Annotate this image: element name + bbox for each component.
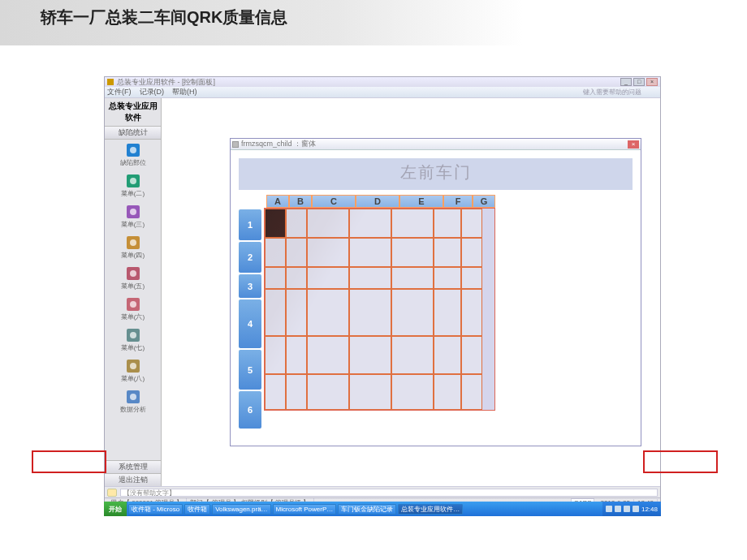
- sidebar-item-4[interactable]: 菜单(五): [105, 263, 161, 294]
- grid-cell-B1[interactable]: [286, 209, 307, 238]
- sidebar-sysmanage[interactable]: 系统管理: [105, 460, 161, 473]
- grid-cell-F5[interactable]: [434, 336, 461, 374]
- grid-cell-A5[interactable]: [265, 336, 286, 374]
- row-header-5[interactable]: 5: [239, 350, 261, 390]
- grid-cell-A3[interactable]: [265, 267, 286, 289]
- grid-cell-D2[interactable]: [349, 238, 391, 267]
- tray-icon[interactable]: [615, 506, 621, 512]
- grid-cell-A1[interactable]: [265, 209, 286, 238]
- grid-cell-E2[interactable]: [391, 238, 434, 267]
- taskbar-item[interactable]: 车门钣金缺陷记录: [338, 504, 396, 515]
- menu-bar: 文件(F) 记录(D) 帮助(H) 键入需要帮助的问题: [105, 87, 660, 98]
- grid-cell-E6[interactable]: [391, 374, 434, 410]
- grid-cell-G1[interactable]: [461, 209, 482, 238]
- grid-cell-A6[interactable]: [265, 374, 286, 410]
- grid-cell-F3[interactable]: [434, 267, 461, 289]
- child-window: frmzsqcm_child ：窗体 × 左前车门 123456 ABCDEFG: [230, 138, 641, 446]
- grid-cell-G4[interactable]: [461, 289, 482, 336]
- sidebar-item-7[interactable]: 菜单(八): [105, 355, 161, 386]
- system-tray[interactable]: 12:48: [602, 502, 661, 516]
- grid-cell-F1[interactable]: [434, 209, 461, 238]
- grid-cell-C5[interactable]: [307, 336, 349, 374]
- sidebar-item-5[interactable]: 菜单(六): [105, 294, 161, 325]
- sidebar-item-6[interactable]: 菜单(七): [105, 325, 161, 355]
- close-button[interactable]: ×: [646, 78, 658, 86]
- grid-cell-C6[interactable]: [307, 374, 349, 410]
- sidebar-item-0[interactable]: 缺陷部位: [105, 140, 161, 170]
- sidebar-items: 缺陷部位菜单(二)菜单(三)菜单(四)菜单(五)菜单(六)菜单(七)菜单(八)数…: [105, 140, 161, 460]
- column-header-D[interactable]: D: [356, 195, 399, 208]
- grid-cell-C2[interactable]: [307, 238, 349, 267]
- tray-icon[interactable]: [606, 506, 612, 512]
- grid-cell-B5[interactable]: [286, 336, 307, 374]
- minimize-button[interactable]: _: [620, 78, 632, 86]
- grid-cell-G3[interactable]: [461, 267, 482, 289]
- grid-cell-G2[interactable]: [461, 238, 482, 267]
- grid-cell-A2[interactable]: [265, 238, 286, 267]
- column-header-F[interactable]: F: [443, 195, 473, 208]
- grid-cell-C4[interactable]: [307, 289, 349, 336]
- column-header-A[interactable]: A: [266, 195, 289, 208]
- grid-cell-C3[interactable]: [307, 267, 349, 289]
- sidebar-item-icon: [126, 390, 140, 404]
- start-button[interactable]: 开始: [104, 502, 127, 516]
- grid-cell-F4[interactable]: [434, 289, 461, 336]
- child-close-button[interactable]: ×: [628, 140, 639, 149]
- taskbar-item[interactable]: Volkswagen.prä…: [212, 504, 270, 515]
- grid-cell-G5[interactable]: [461, 336, 482, 374]
- maximize-button[interactable]: □: [633, 78, 645, 86]
- tray-icon[interactable]: [633, 506, 639, 512]
- grid-cell-E5[interactable]: [391, 336, 434, 374]
- svg-point-1: [130, 147, 136, 153]
- column-header-E[interactable]: E: [399, 195, 443, 208]
- taskbar: 开始 收件箱 - Microso牧件箱Volkswagen.prä…Micros…: [104, 502, 661, 516]
- grid-cell-B2[interactable]: [286, 238, 307, 267]
- tray-clock: 12:48: [641, 506, 658, 513]
- help-text: 【没有帮助文字】: [120, 489, 658, 497]
- sidebar-item-8[interactable]: 数据分析: [105, 386, 161, 417]
- row-header-3[interactable]: 3: [239, 274, 261, 298]
- grid-cell-D1[interactable]: [349, 209, 391, 238]
- grid-cell-G6[interactable]: [461, 374, 482, 410]
- menu-record[interactable]: 记录(D): [140, 87, 165, 97]
- grid-cell-D3[interactable]: [349, 267, 391, 289]
- grid-cell-B3[interactable]: [286, 267, 307, 289]
- row-header-1[interactable]: 1: [239, 209, 261, 240]
- grid-cell-F6[interactable]: [434, 374, 461, 410]
- grid-cell-B6[interactable]: [286, 374, 307, 410]
- grid-cell-D6[interactable]: [349, 374, 391, 410]
- grid-cell-E1[interactable]: [391, 209, 434, 238]
- sidebar-logout[interactable]: 退出注销: [105, 473, 161, 486]
- door-header: 左前车门: [239, 158, 633, 190]
- taskbar-item[interactable]: 收件箱 - Microso: [128, 504, 183, 515]
- row-labels: 123456: [239, 209, 261, 430]
- tray-icon[interactable]: [624, 506, 630, 512]
- menu-help[interactable]: 帮助(H): [172, 87, 197, 97]
- column-header-B[interactable]: B: [289, 195, 312, 208]
- taskbar-item[interactable]: 牧件箱: [184, 504, 210, 515]
- grid-cell-D5[interactable]: [349, 336, 391, 374]
- sidebar-item-2[interactable]: 菜单(三): [105, 201, 161, 232]
- taskbar-item[interactable]: 总装专业应用软件…: [398, 504, 463, 515]
- taskbar-item[interactable]: Microsoft PowerP…: [273, 504, 337, 515]
- sidebar-item-label: 菜单(四): [105, 251, 161, 260]
- sidebar-header[interactable]: 缺陷统计: [105, 127, 161, 140]
- row-header-6[interactable]: 6: [239, 391, 261, 429]
- grid-cell-C1[interactable]: [307, 209, 349, 238]
- sidebar-item-icon: [126, 235, 140, 250]
- menu-file[interactable]: 文件(F): [107, 87, 132, 97]
- help-search-hint[interactable]: 键入需要帮助的问题: [583, 88, 650, 97]
- row-header-4[interactable]: 4: [239, 299, 261, 348]
- sidebar: 总装专业应用软件 缺陷统计 缺陷部位菜单(二)菜单(三)菜单(四)菜单(五)菜单…: [105, 98, 162, 486]
- sidebar-item-3[interactable]: 菜单(四): [105, 232, 161, 263]
- sidebar-item-1[interactable]: 菜单(二): [105, 170, 161, 201]
- grid-cell-E4[interactable]: [391, 289, 434, 336]
- grid-cell-F2[interactable]: [434, 238, 461, 267]
- column-header-C[interactable]: C: [312, 195, 356, 208]
- grid-cell-B4[interactable]: [286, 289, 307, 336]
- grid-cell-A4[interactable]: [265, 289, 286, 336]
- row-header-2[interactable]: 2: [239, 242, 261, 273]
- grid-cell-D4[interactable]: [349, 289, 391, 336]
- grid-cell-E3[interactable]: [391, 267, 434, 289]
- column-header-G[interactable]: G: [473, 195, 495, 208]
